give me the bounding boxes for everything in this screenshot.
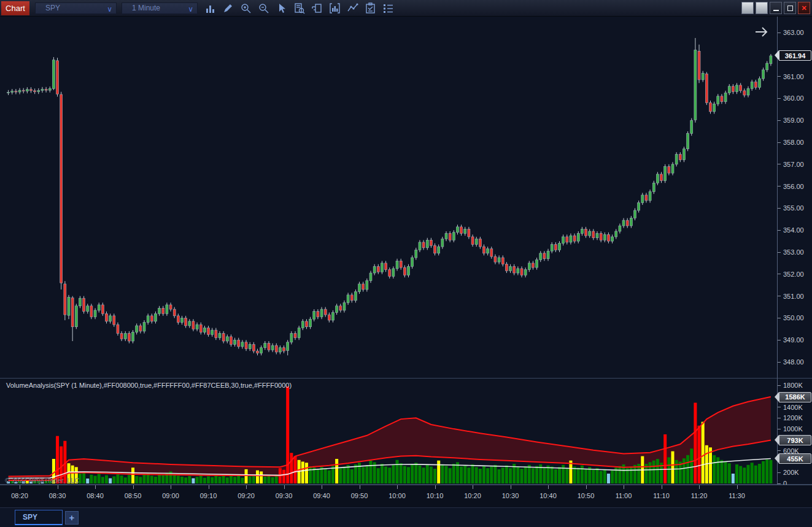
- volume-bar: [252, 475, 255, 483]
- scroll-to-end-button[interactable]: [754, 25, 770, 41]
- candlestick-down: [385, 263, 387, 270]
- candlestick-down: [505, 264, 508, 271]
- candlestick-up: [517, 269, 519, 273]
- candlestick-down: [698, 51, 700, 80]
- volume-bar: [758, 464, 761, 483]
- volume-bar: [422, 467, 425, 483]
- candlestick-up: [309, 319, 312, 327]
- volume-bar: [135, 476, 138, 483]
- candlestick-down: [705, 74, 708, 102]
- tab-spy[interactable]: SPY: [15, 510, 63, 525]
- price-panel-canvas[interactable]: [0, 17, 777, 379]
- candlestick-up: [7, 92, 10, 93]
- candlestick-up: [547, 251, 549, 259]
- time-axis-label: 11:20: [686, 492, 713, 499]
- minimize-button[interactable]: [770, 2, 782, 14]
- volume-bar: [161, 475, 164, 483]
- time-axis-label: 09:10: [195, 492, 222, 499]
- data-box-button[interactable]: [292, 2, 306, 15]
- zoom-out-icon: [257, 2, 270, 15]
- interval-dropdown[interactable]: 1 Minute ∨: [122, 2, 198, 14]
- price-axis-label: 355.00: [778, 204, 804, 212]
- volume-bar: [203, 478, 206, 483]
- drawing-tools-button[interactable]: [346, 2, 359, 15]
- drawing-pencil-button[interactable]: [221, 2, 234, 15]
- candlestick-up: [279, 348, 281, 352]
- candlestick-down: [150, 316, 153, 321]
- volume-bar: [392, 465, 395, 483]
- volume-bar: [256, 471, 259, 483]
- volume-bar: [98, 474, 101, 483]
- candlestick-up: [196, 325, 198, 329]
- candlestick-up: [98, 305, 100, 310]
- price-axis-label: 353.00: [778, 248, 804, 256]
- candlestick-up: [26, 90, 28, 91]
- maximize-button[interactable]: [784, 2, 796, 14]
- price-axis-label: 359.00: [778, 116, 804, 125]
- add-tab-button[interactable]: +: [65, 511, 79, 525]
- chart-trader-button[interactable]: [310, 2, 323, 15]
- candlestick-up: [641, 195, 644, 203]
- candlestick-down: [34, 91, 36, 92]
- indicators-button[interactable]: [328, 2, 341, 15]
- volume-bar: [82, 472, 85, 483]
- interval-link-button[interactable]: [756, 2, 768, 14]
- volume-bar: [501, 467, 505, 483]
- candlestick-down: [585, 229, 587, 236]
- candlestick-up: [581, 229, 583, 233]
- candlestick-up: [656, 174, 659, 183]
- close-icon: ✕: [801, 4, 806, 12]
- time-tick-mark: [662, 485, 662, 489]
- volume-bar: [184, 477, 187, 483]
- candlestick-up: [570, 236, 572, 242]
- candlestick-up: [630, 218, 632, 226]
- price-axis-label: 360.00: [778, 94, 804, 102]
- volume-bar: [607, 474, 610, 483]
- properties-button[interactable]: [381, 2, 395, 15]
- volume-bar: [675, 460, 678, 483]
- properties-icon: [382, 2, 395, 15]
- candlestick-down: [139, 326, 142, 331]
- volume-bar: [339, 468, 342, 483]
- cursor-button[interactable]: [274, 2, 288, 15]
- marker-arrow-tip: [775, 453, 779, 463]
- volume-bars-button[interactable]: [203, 2, 217, 15]
- candlestick-down: [754, 82, 757, 88]
- cursor-icon: [275, 2, 288, 15]
- tick-mark: [778, 472, 781, 473]
- volume-panel-canvas[interactable]: [0, 379, 777, 484]
- price-axis[interactable]: 363.00361.00360.00359.00358.00357.00356.…: [777, 17, 812, 485]
- volume-bar: [328, 471, 331, 483]
- candlestick-up: [52, 60, 55, 89]
- price-axis-label: 357.00: [778, 160, 804, 169]
- tick-mark: [778, 230, 781, 231]
- candlestick-up: [577, 234, 579, 242]
- candlestick-down: [532, 263, 534, 267]
- time-tick-mark: [322, 485, 322, 489]
- tick-mark: [778, 186, 781, 187]
- candlestick-down: [169, 305, 172, 309]
- tick-mark: [778, 429, 781, 429]
- window-controls: ✕: [741, 2, 810, 14]
- candlestick-down: [607, 234, 609, 241]
- instrument-link-button[interactable]: [741, 2, 754, 14]
- candlestick-up: [539, 253, 542, 260]
- candlestick-up: [241, 342, 244, 347]
- time-tick-mark: [473, 485, 473, 489]
- time-tick-mark: [397, 485, 398, 489]
- indicator-label: VolumeAnalysis(SPY (1 Minute),#FF008000,…: [6, 382, 292, 389]
- close-button[interactable]: ✕: [798, 2, 810, 14]
- candlestick-up: [87, 306, 89, 312]
- time-tick-mark: [511, 485, 511, 489]
- strategies-button[interactable]: [363, 2, 377, 15]
- instrument-dropdown[interactable]: SPY ∨: [35, 2, 117, 14]
- candlestick-up: [509, 266, 512, 271]
- zoom-in-button[interactable]: [239, 2, 252, 15]
- candlestick-up: [441, 239, 444, 247]
- candlestick-down: [645, 195, 648, 201]
- volume-bar: [301, 461, 304, 483]
- candlestick-up: [343, 302, 346, 310]
- zoom-out-button[interactable]: [257, 2, 270, 15]
- time-axis[interactable]: 08:2008:3008:4008:5009:0009:1009:2009:30…: [0, 485, 812, 507]
- time-axis-label: 11:10: [648, 492, 675, 499]
